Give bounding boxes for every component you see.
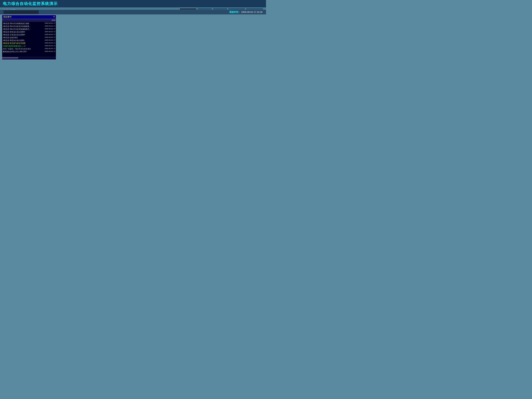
status-time-label: 系统时间： (229, 11, 241, 13)
events-title-bar: 系统事件 ✕ (2, 15, 56, 19)
event-row-2: #整流变-35kv开关柜母线侧隔离开... 2005-09-03 17 (2, 28, 56, 31)
app-container: 电力综合自动化监控系统演示 主接线图 主接线图 整流变 动力变 直流曲线 直流棒… (0, 0, 266, 14)
event-row-0: #整流变-35kv开关柜断路器已储能 2005-09-03 17 (2, 22, 56, 25)
events-footer (2, 57, 56, 59)
system-events-window: 系统事件 ✕ 时间 #整流变-35kv开关柜断路器已储能 2005-09-03 … (2, 15, 56, 60)
events-time-col: 时间 (52, 19, 55, 21)
status-time: 系统时间： 2005-09-03 17:19:18 (229, 11, 262, 14)
events-title: 系统事件 (3, 15, 12, 19)
event-row-4: #整流变-主体油位高位报警H 2005-09-03 17 (2, 33, 56, 36)
close-icon[interactable]: ✕ (53, 15, 55, 19)
events-header: 时间 (2, 19, 56, 22)
title-text: 电力综合自动化监控系统演示 (3, 1, 58, 6)
events-body[interactable]: #整流变-35kv开关柜断路器已储能 2005-09-03 17 #整流变-35… (2, 22, 56, 57)
event-row-7: #整流变-变压器气体信号报警 2005-09-03 17 (2, 42, 56, 45)
app-title: 电力综合自动化监控系统演示 (0, 0, 266, 7)
event-row-3: #整流变-调变油位高位报警H 2005-09-03 17 (2, 31, 56, 33)
event-row-9: 演示厂站遥控：母分开关分命令发出 2005-09-03 17 (2, 48, 56, 50)
event-row-10: 断路器状态HELLO1,I AM OFF! 2005-09-03 17 (2, 50, 56, 53)
event-row-6: #整流变-调变油位低位报警L 2005-09-03 17 (2, 39, 56, 42)
status-bar: 系统时间： 2005-09-03 17:19:18 (0, 10, 266, 14)
event-row-8: #动6kV跳闸回路断返回——0 2005-09-03 17 (2, 45, 56, 48)
event-row-5: #整流变-油温控制2 2005-09-03 17 (2, 36, 56, 39)
status-time-value: 2005-09-03 17:19:18 (241, 11, 262, 13)
event-row-1: #整流变-35kv开关柜变压器侧隔离... 2005-09-03 17 (2, 25, 56, 28)
status-left-box (4, 10, 39, 14)
